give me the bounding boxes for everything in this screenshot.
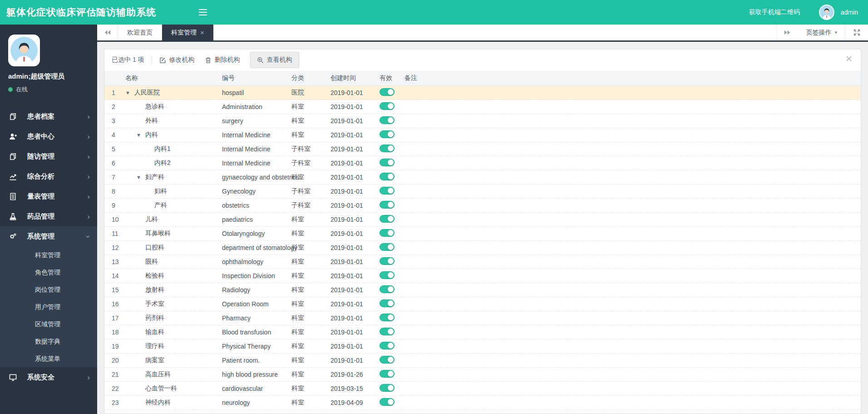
sidebar-item-4[interactable]: 量表管理›	[0, 186, 97, 206]
sidebar: admin;超级管理员 在线 患者档案›患者中心›随访管理›综合分析›量表管理›…	[0, 25, 97, 414]
sidebar-item-5[interactable]: 药品管理›	[0, 206, 97, 226]
header-valid: 有效	[380, 74, 404, 82]
valid-toggle[interactable]	[380, 257, 395, 265]
tab-operations-dropdown[interactable]: 页签操作 ▾	[798, 25, 845, 40]
valid-toggle[interactable]	[380, 342, 395, 349]
table-row[interactable]: 10儿科paediatrics科室2019-01-01	[104, 213, 861, 227]
valid-toggle[interactable]	[380, 159, 395, 166]
department-code: Internal Medicine	[222, 131, 291, 139]
valid-toggle[interactable]	[380, 243, 395, 251]
delete-org-button[interactable]: 删除机构	[205, 56, 240, 64]
tab-close-icon[interactable]: ×	[200, 29, 204, 36]
row-number: 3	[112, 117, 125, 125]
qr-code-link[interactable]: 获取手机端二维码	[749, 8, 800, 16]
sidebar-avatar	[8, 35, 40, 66]
edit-org-button[interactable]: 修改机构	[159, 56, 195, 64]
table-row[interactable]: 2急诊科Administration科室2019-01-01	[104, 100, 861, 114]
table-row[interactable]: 7▼妇产科gynaecology and obstetrics科室2019-01…	[104, 170, 861, 185]
table-row[interactable]: 4▼内科Internal Medicine科室2019-01-01	[104, 128, 861, 142]
department-code: department of stomatology	[222, 244, 291, 251]
valid-toggle[interactable]	[380, 299, 395, 307]
valid-toggle[interactable]	[380, 384, 395, 392]
sidebar-item-label: 药品管理	[27, 212, 54, 221]
tabs-scroll-right-button[interactable]	[777, 25, 798, 40]
table-row[interactable]: 12口腔科department of stomatology科室2019-01-…	[104, 241, 861, 255]
department-name-cell: 产科	[125, 201, 222, 209]
table-row[interactable]: 14检验科Inspection Division科室2019-01-01	[104, 269, 861, 283]
valid-toggle[interactable]	[380, 173, 395, 180]
username-label[interactable]: admin	[841, 9, 858, 16]
table-row[interactable]: 21高血压科high blood pressure科室2019-01-26	[104, 368, 861, 382]
table-row[interactable]: 18输血科Blood transfusion科室2019-01-01	[104, 325, 861, 339]
sidebar-subitem-4[interactable]: 区域管理	[0, 315, 97, 333]
sidebar-subitem-6[interactable]: 系统菜单	[0, 350, 97, 367]
valid-toggle[interactable]	[380, 285, 395, 293]
user-avatar[interactable]	[819, 5, 834, 20]
table-row[interactable]: 8妇科Gynecology子科室2019-01-01	[104, 185, 861, 199]
fullscreen-toggle-button[interactable]	[845, 25, 868, 40]
sidebar-subitem-0[interactable]: 科室管理	[0, 246, 97, 264]
sidebar-item-6[interactable]: 系统管理›	[0, 226, 97, 246]
sidebar-item-2[interactable]: 随访管理›	[0, 146, 97, 166]
sidebar-item-1[interactable]: 患者中心›	[0, 126, 97, 146]
valid-toggle[interactable]	[380, 356, 395, 364]
table-row[interactable]: 11耳鼻喉科Otolaryngology科室2019-01-01	[104, 227, 861, 241]
panel-close-icon[interactable]: ✕	[845, 55, 853, 63]
tab-department-management[interactable]: 科室管理 ×	[162, 25, 213, 40]
table-row[interactable]: 3外科surgery科室2019-01-01	[104, 114, 861, 128]
valid-toggle[interactable]	[380, 215, 395, 223]
sidebar-subitem-2[interactable]: 岗位管理	[0, 281, 97, 298]
department-name-cell: 输血科	[125, 328, 222, 336]
sidebar-user-name: admin;超级管理员	[8, 72, 97, 81]
department-name: 内科	[145, 131, 158, 139]
sidebar-subitem-1[interactable]: 角色管理	[0, 264, 97, 281]
table-row[interactable]: 17药剂科Pharmacy科室2019-01-01	[104, 311, 861, 325]
tab-bar: 欢迎首页 科室管理 × 页签操作 ▾	[97, 25, 868, 42]
valid-toggle[interactable]	[380, 88, 395, 96]
department-name: 人民医院	[134, 89, 160, 97]
tabs-scroll-left-button[interactable]	[97, 25, 118, 40]
tree-caret-icon[interactable]: ▼	[136, 175, 143, 180]
chevron-right-icon: ›	[87, 113, 90, 120]
table-row[interactable]: 20病案室Patient room.科室2019-01-01	[104, 354, 861, 368]
table-row[interactable]: 6内科2Internal Medicine子科室2019-01-01	[104, 156, 861, 170]
table-row[interactable]: 23神经内科neurology科室2019-04-09	[104, 396, 861, 410]
valid-toggle[interactable]	[380, 398, 395, 406]
table-row[interactable]: 13眼科ophthalmology科室2019-01-01	[104, 255, 861, 269]
department-name: 急诊科	[145, 103, 164, 111]
valid-toggle[interactable]	[380, 271, 395, 279]
tab-welcome-home[interactable]: 欢迎首页	[118, 25, 162, 40]
valid-toggle[interactable]	[380, 328, 395, 335]
table-row[interactable]: 22心血管一科cardiovascular科室2019-03-15	[104, 382, 861, 396]
valid-toggle[interactable]	[380, 201, 395, 209]
sidebar-item-7[interactable]: 系统安全›	[0, 367, 97, 387]
valid-toggle[interactable]	[380, 145, 395, 152]
department-name-cell: ▼妇产科	[125, 173, 222, 181]
table-row[interactable]: 9产科obstetrics子科室2019-01-01	[104, 199, 861, 213]
valid-toggle[interactable]	[380, 314, 395, 321]
department-code: Patient room.	[222, 357, 291, 364]
table-row[interactable]: 19理疗科Physical Therapy科室2019-01-01	[104, 339, 861, 354]
sidebar-subitem-3[interactable]: 用户管理	[0, 298, 97, 315]
table-row[interactable]: 15放射科Radiology科室2019-01-01	[104, 283, 861, 297]
tree-caret-icon[interactable]: ▼	[136, 132, 143, 138]
tree-caret-icon[interactable]: ▼	[125, 90, 132, 95]
table-row[interactable]: 16手术室 Operation Room科室2019-01-01	[104, 297, 861, 311]
sidebar-item-0[interactable]: 患者档案›	[0, 106, 97, 126]
department-name-cell: 理疗科	[125, 342, 222, 350]
hamburger-menu-icon[interactable]	[199, 9, 207, 15]
valid-toggle[interactable]	[380, 370, 395, 378]
valid-toggle[interactable]	[380, 187, 395, 195]
valid-toggle[interactable]	[380, 229, 395, 237]
table-row[interactable]: 1▼人民医院hospatil医院2019-01-01	[104, 86, 861, 100]
table-row[interactable]: 5内科1Internal Medicine子科室2019-01-01	[104, 142, 861, 156]
sidebar-item-3[interactable]: 综合分析›	[0, 166, 97, 186]
view-org-button[interactable]: 查看机构	[250, 52, 299, 68]
sidebar-item-label: 系统管理	[27, 232, 54, 241]
valid-toggle[interactable]	[380, 116, 395, 124]
valid-toggle[interactable]	[380, 102, 395, 110]
sidebar-menu: 患者档案›患者中心›随访管理›综合分析›量表管理›药品管理›系统管理›科室管理角…	[0, 106, 97, 387]
department-name: 病案室	[145, 356, 164, 364]
sidebar-subitem-5[interactable]: 数据字典	[0, 333, 97, 350]
valid-toggle[interactable]	[380, 130, 395, 138]
